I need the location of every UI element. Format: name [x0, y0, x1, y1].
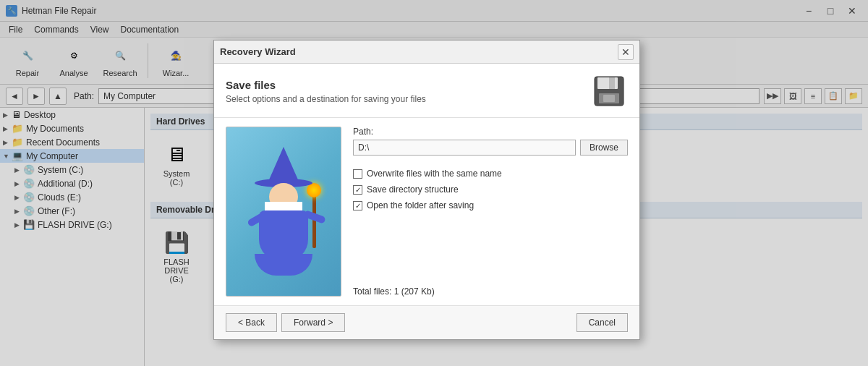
- dialog-body: Path: Browse Overwrite files with the sa…: [214, 118, 639, 305]
- dialog-title: Recovery Wizard: [220, 46, 296, 57]
- dialog-save-files-title: Save files: [226, 79, 426, 91]
- save-dir-checkbox[interactable]: [353, 185, 362, 195]
- back-button[interactable]: < Back: [226, 313, 277, 332]
- overwrite-label: Overwrite files with the same name: [367, 169, 502, 179]
- save-dir-checkbox-item[interactable]: Save directory structure: [353, 184, 628, 195]
- wizard-figure: [247, 147, 320, 277]
- modal-backdrop: Recovery Wizard ✕ Save files Select opti…: [0, 0, 868, 366]
- overwrite-checkbox-item[interactable]: Overwrite files with the same name: [353, 169, 628, 179]
- open-folder-checkbox-item[interactable]: Open the folder after saving: [353, 200, 628, 210]
- dialog-close-button[interactable]: ✕: [618, 44, 634, 60]
- cancel-button[interactable]: Cancel: [576, 313, 628, 332]
- floppy-svg: [593, 75, 625, 107]
- footer-right-buttons: Cancel: [576, 313, 628, 332]
- overwrite-checkbox[interactable]: [353, 169, 362, 179]
- path-section: Path: Browse: [353, 127, 628, 156]
- dialog-header: Save files Select options and a destinat…: [214, 64, 639, 118]
- total-files: Total files: 1 (207 Kb): [353, 275, 628, 297]
- save-dir-label: Save directory structure: [367, 184, 459, 195]
- svg-rect-2: [609, 77, 615, 89]
- recovery-wizard-dialog: Recovery Wizard ✕ Save files Select opti…: [213, 40, 640, 340]
- dialog-header-text: Save files Select options and a destinat…: [226, 79, 426, 104]
- dialog-titlebar: Recovery Wizard ✕: [214, 41, 639, 64]
- dialog-footer: < Back Forward > Cancel: [214, 305, 639, 339]
- browse-button[interactable]: Browse: [580, 140, 628, 156]
- wizard-robe-bottom: [255, 254, 312, 276]
- dialog-save-files-subtitle: Select options and a destination for sav…: [226, 94, 426, 104]
- wizard-image: [226, 127, 341, 297]
- dialog-options: Path: Browse Overwrite files with the sa…: [353, 127, 628, 297]
- path-field-label: Path:: [353, 127, 628, 137]
- path-row: Browse: [353, 140, 628, 156]
- path-input[interactable]: [353, 140, 576, 156]
- open-folder-label: Open the folder after saving: [367, 200, 474, 210]
- floppy-disk-icon: [590, 72, 628, 110]
- forward-button[interactable]: Forward >: [281, 313, 345, 332]
- wizard-hat: [268, 147, 299, 183]
- checkbox-group: Overwrite files with the same name Save …: [353, 169, 628, 210]
- svg-rect-4: [603, 95, 615, 102]
- footer-left-buttons: < Back Forward >: [226, 313, 345, 332]
- open-folder-checkbox[interactable]: [353, 201, 362, 210]
